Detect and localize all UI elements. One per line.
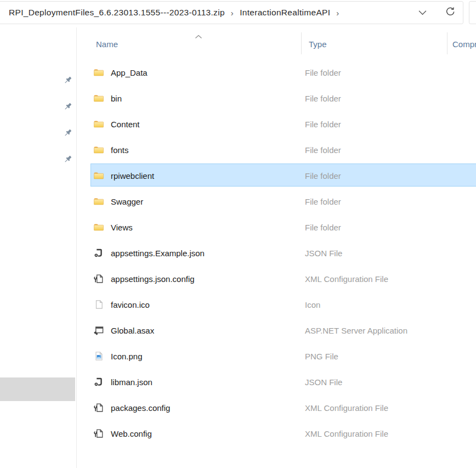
column-divider[interactable]: [301, 32, 302, 54]
file-row[interactable]: bin File folder: [77, 85, 476, 111]
refresh-icon: [445, 7, 455, 19]
folder-icon: [93, 67, 104, 78]
file-name: libman.json: [111, 377, 152, 386]
column-header-type[interactable]: Type: [309, 40, 327, 49]
breadcrumb-zip-segment[interactable]: RPI_DeploymentFiles_6.6.23013.1555---202…: [9, 8, 225, 18]
file-type: XML Configuration File: [305, 403, 388, 412]
folder-icon: [93, 196, 104, 207]
file-type: File folder: [305, 171, 341, 180]
sort-ascending-icon[interactable]: [195, 31, 202, 41]
file-row[interactable]: packages.config XML Configuration File: [77, 394, 476, 420]
file-row[interactable]: libman.json JSON File: [77, 369, 476, 394]
file-type: File folder: [305, 93, 341, 103]
image-file-icon: [93, 351, 104, 362]
file-row[interactable]: App_Data File folder: [77, 59, 476, 85]
file-row[interactable]: Web.config XML Configuration File: [77, 420, 476, 446]
breadcrumb-folder-segment[interactable]: InteractionRealtimeAPI: [240, 8, 330, 18]
json-file-icon: [93, 247, 104, 258]
file-row[interactable]: fonts File folder: [77, 137, 476, 162]
breadcrumb-separator-icon: ›: [336, 8, 339, 18]
file-type: XML Configuration File: [305, 428, 388, 438]
file-name: Web.config: [111, 428, 152, 438]
file-name: packages.config: [111, 403, 170, 412]
json-file-icon: [93, 376, 104, 387]
pushpin-icon[interactable]: [63, 76, 72, 85]
plain-file-icon: [93, 299, 104, 310]
file-name: fonts: [111, 145, 129, 154]
aspnet-file-icon: [93, 325, 104, 336]
file-row[interactable]: Icon.png PNG File: [77, 343, 476, 369]
file-type: File folder: [305, 119, 341, 128]
file-type: ASP.NET Server Application: [305, 325, 407, 335]
file-row[interactable]: Views File folder: [77, 214, 476, 240]
file-type: File folder: [305, 67, 341, 77]
file-row[interactable]: appsettings.json.config XML Configuratio…: [77, 266, 476, 291]
file-name: appsettings.json.config: [111, 274, 195, 283]
pushpin-icon[interactable]: [63, 128, 72, 138]
file-name: bin: [111, 93, 122, 103]
pushpin-icon[interactable]: [63, 155, 72, 164]
pushpin-icon[interactable]: [63, 102, 72, 111]
file-name: appsettings.Example.json: [111, 248, 205, 257]
file-row[interactable]: rpiwebclient File folder: [77, 162, 476, 188]
config-file-icon: [93, 273, 104, 284]
breadcrumb: RPI_DeploymentFiles_6.6.23013.1555---202…: [9, 1, 345, 24]
file-name: favicon.ico: [111, 300, 150, 309]
file-explorer-window: RPI_DeploymentFiles_6.6.23013.1555---202…: [0, 0, 476, 468]
file-type: File folder: [305, 222, 341, 232]
file-type: File folder: [305, 196, 341, 206]
address-dropdown-button[interactable]: [411, 1, 433, 24]
folder-icon: [93, 119, 104, 129]
file-row[interactable]: Global.asax ASP.NET Server Application: [77, 317, 476, 343]
nav-pane-highlighted-item[interactable]: [0, 377, 75, 401]
folder-icon: [93, 170, 104, 181]
config-file-icon: [93, 428, 104, 439]
breadcrumb-separator-icon: ›: [231, 8, 234, 18]
file-list: App_Data File folder bin File folder Con…: [77, 59, 476, 446]
file-name: rpiwebclient: [111, 171, 154, 180]
file-name: App_Data: [111, 67, 148, 77]
folder-icon: [93, 144, 104, 155]
column-divider[interactable]: [447, 32, 447, 54]
file-row[interactable]: appsettings.Example.json JSON File: [77, 240, 476, 266]
file-type: Icon: [305, 300, 320, 309]
chevron-down-icon: [418, 8, 427, 18]
config-file-icon: [93, 402, 104, 413]
file-type: JSON File: [305, 377, 342, 386]
file-name: Swagger: [111, 196, 143, 206]
refresh-button[interactable]: [439, 1, 462, 24]
file-type: PNG File: [305, 351, 338, 360]
file-name: Content: [111, 119, 140, 128]
folder-icon: [93, 222, 104, 233]
file-type: File folder: [305, 145, 341, 154]
column-header-compressed-size[interactable]: Compressed size: [452, 40, 476, 49]
file-name: Views: [111, 222, 133, 232]
folder-icon: [93, 93, 104, 104]
file-row[interactable]: Content File folder: [77, 111, 476, 137]
file-row[interactable]: favicon.ico Icon: [77, 291, 476, 317]
column-header-name[interactable]: Name: [96, 40, 118, 49]
file-name: Icon.png: [111, 351, 143, 360]
file-row[interactable]: Swagger File folder: [77, 188, 476, 214]
file-type: JSON File: [305, 248, 342, 257]
search-input[interactable]: [469, 1, 476, 24]
file-name: Global.asax: [111, 325, 154, 335]
file-type: XML Configuration File: [305, 274, 388, 283]
